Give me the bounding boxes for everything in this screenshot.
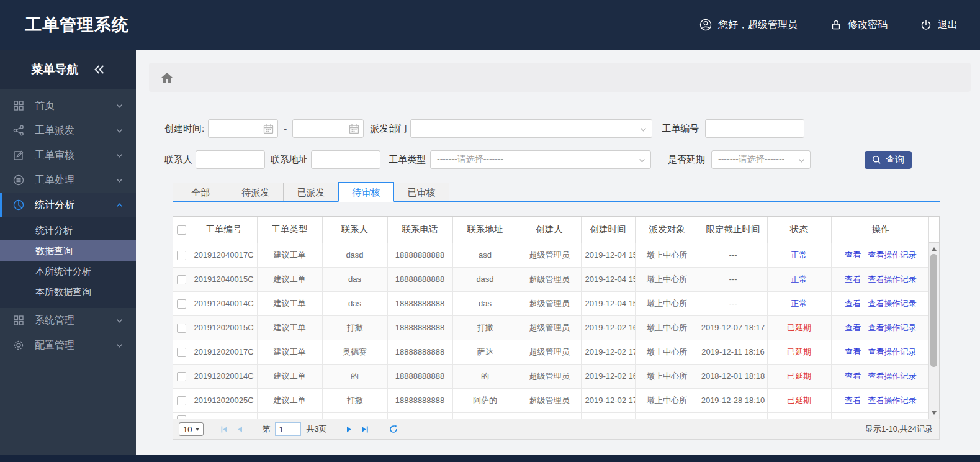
power-icon [920, 19, 932, 30]
view-log-link[interactable]: 查看操作记录 [868, 299, 917, 308]
view-log-link[interactable]: 查看操作记录 [868, 396, 917, 405]
order-no-input[interactable] [705, 119, 804, 138]
dispatch-dept-select[interactable] [410, 119, 652, 138]
header-checkbox-cell [173, 217, 191, 243]
view-link[interactable]: 查看 [845, 299, 861, 308]
row-checkbox[interactable] [177, 299, 186, 309]
cell-deadline: 2019-12-07 18:17 [699, 315, 767, 340]
view-link[interactable]: 查看 [845, 396, 861, 405]
sidebar-title: 菜单导航 [0, 50, 136, 89]
user-icon [699, 19, 712, 31]
search-button[interactable]: 查询 [865, 151, 912, 169]
sidebar-item-review[interactable]: 工单审核 [0, 143, 136, 168]
view-link[interactable]: 查看 [845, 274, 861, 284]
order-type-select[interactable]: -------请选择------- [430, 150, 651, 169]
is-delayed-select[interactable]: -------请选择------- [711, 150, 811, 169]
sidebar-subitem-office-data-query[interactable]: 本所数据查询 [0, 281, 136, 302]
cell-checkbox [173, 340, 191, 364]
tab-all[interactable]: 全部 [173, 183, 228, 201]
cell-created-time: 2019-12-04 15 [581, 291, 635, 315]
collapse-sidebar-icon[interactable] [94, 65, 105, 75]
row-checkbox[interactable] [177, 251, 186, 260]
select-all-checkbox[interactable] [177, 225, 186, 235]
refresh-button[interactable] [389, 425, 398, 433]
row-checkbox[interactable] [177, 415, 186, 419]
row-checkbox[interactable] [177, 396, 186, 405]
contact-input[interactable] [196, 150, 265, 169]
sidebar: 菜单导航 首页 工单派发 工单审核 [0, 50, 136, 455]
view-link[interactable]: 查看 [845, 323, 861, 332]
tab-to-dispatch[interactable]: 待派发 [228, 183, 284, 201]
view-log-link[interactable]: 查看操作记录 [868, 274, 917, 284]
view-log-link[interactable]: 查看操作记录 [868, 323, 917, 332]
row-checkbox[interactable] [177, 275, 186, 284]
user-greeting[interactable]: 您好，超级管理员 [699, 19, 798, 32]
tab-dispatched[interactable]: 已派发 [283, 183, 339, 201]
view-link[interactable]: 查看 [845, 347, 861, 356]
cell-status: 已延期 [767, 315, 831, 340]
sidebar-item-dispatch[interactable]: 工单派发 [0, 118, 136, 143]
sidebar-subitem-office-statistics[interactable]: 本所统计分析 [0, 261, 136, 281]
sidebar-item-system[interactable]: 系统管理 [0, 308, 136, 333]
cell-dispatch-target: 墩上中心所 [635, 291, 699, 315]
chevron-down-icon [196, 428, 199, 431]
main-content: 创建时间: - 派发部门 工单编号 [136, 50, 980, 455]
page-number-input[interactable] [275, 422, 301, 436]
prev-page-button[interactable] [236, 425, 244, 433]
sidebar-subitem-statistics[interactable]: 统计分析 [0, 220, 136, 240]
row-checkbox[interactable] [177, 372, 186, 381]
cell-deadline: --- [699, 243, 767, 267]
view-log-link[interactable]: 查看操作记录 [868, 371, 917, 381]
created-time-from-input[interactable] [208, 119, 278, 138]
row-checkbox[interactable] [177, 324, 186, 333]
divider [379, 424, 379, 435]
scrollbar-thumb[interactable] [930, 254, 937, 367]
cell-status: 正常 [767, 291, 831, 315]
sidebar-item-config[interactable]: 配置管理 [0, 333, 136, 358]
view-log-link[interactable]: 查看操作记录 [868, 347, 917, 356]
row-checkbox[interactable] [177, 348, 186, 357]
pie-chart-icon [13, 199, 25, 211]
cell-actions: 查看 查看操作记录 [831, 291, 930, 315]
address-input[interactable] [311, 150, 380, 169]
col-header-deadline: 限定截止时间 [699, 217, 767, 243]
sidebar-item-process[interactable]: 工单处理 [0, 168, 136, 192]
page-size-select[interactable]: 10 [179, 422, 204, 436]
tab-to-review[interactable]: 待审核 [338, 182, 394, 202]
cell-order-no: 201912020015C [191, 315, 257, 340]
first-page-button[interactable] [220, 425, 228, 433]
scroll-down-arrow[interactable] [932, 411, 937, 415]
sidebar-subitem-data-query[interactable]: 数据查询 [0, 240, 136, 261]
is-delayed-label: 是否延期 [668, 154, 705, 166]
cell-contact: 奥德赛 [322, 340, 387, 364]
change-password-button[interactable]: 修改密码 [830, 19, 888, 32]
scrollbar-track[interactable] [929, 243, 939, 419]
view-link[interactable]: 查看 [845, 371, 861, 381]
view-link[interactable]: 查看 [845, 250, 861, 260]
refresh-icon [389, 425, 398, 433]
lock-icon [830, 19, 842, 30]
chevron-down-icon [798, 156, 806, 165]
view-log-link[interactable]: 查看操作记录 [868, 250, 917, 260]
last-page-button[interactable] [361, 425, 369, 433]
cell-contact: 打撒 [322, 388, 387, 412]
cell-creator: 超级管理员 [518, 388, 581, 412]
tab-reviewed[interactable]: 已审核 [393, 183, 449, 201]
table-row: 201912040015C 建议工单 das 18888888888 dasd … [173, 267, 930, 291]
cell-order-no: 201912040014C [191, 291, 257, 315]
filter-row-2: 联系人 联系地址 工单类型 -------请选择------- 是否延期 ---… [164, 150, 980, 169]
cell-checkbox [173, 315, 191, 340]
order-type-label: 工单类型 [389, 154, 426, 166]
topbar-right: 您好，超级管理员 修改密码 退出 [699, 19, 958, 32]
created-time-to-input[interactable] [292, 119, 364, 138]
cell-status: 已延期 [767, 340, 831, 364]
home-icon[interactable] [161, 72, 173, 83]
logout-button[interactable]: 退出 [920, 19, 958, 32]
cell-contact: das [322, 267, 387, 291]
next-page-button[interactable] [345, 425, 353, 433]
status-badge: 已延期 [787, 371, 811, 381]
sidebar-item-home[interactable]: 首页 [0, 93, 136, 118]
sidebar-item-statistics[interactable]: 统计分析 [0, 192, 136, 217]
scroll-up-arrow[interactable] [932, 247, 937, 251]
chevron-down-icon [115, 342, 124, 350]
